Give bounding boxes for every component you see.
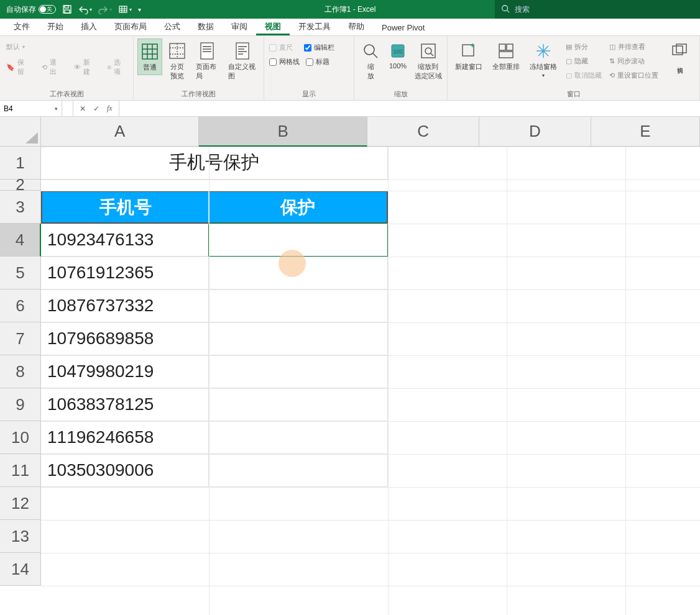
save-icon[interactable] xyxy=(62,4,72,14)
formula-input[interactable] xyxy=(119,101,700,116)
ribbon: 默认▾ 🔖保留 ⟲退出 👁新建 ≡选项 工作表视图 普通 分页 预览 页面布局 xyxy=(0,36,700,101)
col-header-A[interactable]: A xyxy=(41,117,199,147)
tab-文件[interactable]: 文件 xyxy=(5,17,39,35)
phone-cell[interactable]: 10761912365 xyxy=(41,257,209,289)
chevron-down-icon[interactable]: ▾ xyxy=(55,106,58,112)
view-custom-button[interactable]: 自定义视图 xyxy=(224,39,260,83)
phone-cell[interactable]: 10479980219 xyxy=(41,355,209,388)
sync-scroll-button[interactable]: ⇅同步滚动 xyxy=(607,55,661,67)
autosave-label: 自动保存 xyxy=(6,4,36,15)
table-header-a[interactable]: 手机号 xyxy=(41,191,209,224)
phone-cell[interactable]: 10796689858 xyxy=(41,322,209,355)
col-header-B[interactable]: B xyxy=(199,117,367,147)
tab-开发工具[interactable]: 开发工具 xyxy=(290,17,339,35)
zoom-selection-button[interactable]: 缩放到 选定区域 xyxy=(413,39,443,83)
tab-数据[interactable]: 数据 xyxy=(189,17,223,35)
row-header-10[interactable]: 10 xyxy=(0,421,41,454)
arrange-icon xyxy=(496,41,516,61)
protect-cell[interactable] xyxy=(209,322,388,355)
switch-window-button[interactable]: 切换 xyxy=(666,39,693,65)
protect-cell[interactable] xyxy=(209,355,388,388)
row-header-5[interactable]: 5 xyxy=(0,257,41,289)
redo-icon[interactable]: ▾ xyxy=(98,4,112,14)
freeze-panes-button[interactable]: 冻结窗格 ▾ xyxy=(526,39,561,81)
row-header-2[interactable]: 2 xyxy=(0,180,41,191)
row-header-7[interactable]: 7 xyxy=(0,322,41,355)
side-by-side-button[interactable]: ◫并排查看 xyxy=(607,41,661,53)
unhide-button[interactable]: ▢取消隐藏 xyxy=(563,70,604,81)
enter-icon[interactable]: ✓ xyxy=(93,104,99,113)
phone-cell[interactable]: 10638378125 xyxy=(41,388,209,421)
protect-cell[interactable] xyxy=(209,257,388,289)
sheet-view-options[interactable]: ≡选项 xyxy=(105,57,129,78)
arrange-all-button[interactable]: 全部重排 xyxy=(489,39,523,74)
chk-formula-bar[interactable]: 编辑栏 xyxy=(303,42,336,53)
tab-开始[interactable]: 开始 xyxy=(39,17,72,35)
chk-gridlines[interactable]: 网格线 xyxy=(268,57,301,67)
switch-icon xyxy=(670,41,689,61)
reset-pos-button[interactable]: ⟲重设窗口位置 xyxy=(607,70,661,81)
new-window-button[interactable]: 新建窗口 xyxy=(451,39,486,74)
protect-cell[interactable] xyxy=(209,388,388,421)
hide-button[interactable]: ▢隐藏 xyxy=(563,55,604,67)
phone-cell[interactable]: 11196246658 xyxy=(41,421,209,454)
view-page-break-button[interactable]: 分页 预览 xyxy=(165,39,190,83)
phone-cell[interactable]: 10923476133 xyxy=(41,224,209,257)
col-header-E[interactable]: E xyxy=(591,117,700,147)
tab-页面布局[interactable]: 页面布局 xyxy=(106,17,155,35)
tab-视图[interactable]: 视图 xyxy=(256,17,290,35)
select-all-corner[interactable] xyxy=(0,117,41,147)
tab-插入[interactable]: 插入 xyxy=(72,17,106,35)
zoom-icon xyxy=(361,41,380,61)
row-header-9[interactable]: 9 xyxy=(0,388,41,421)
row-header-13[interactable]: 13 xyxy=(0,520,41,553)
undo-icon[interactable]: ▾ xyxy=(78,4,92,14)
sheet-view-exit[interactable]: ⟲退出 xyxy=(39,57,65,78)
phone-cell[interactable]: 10876737332 xyxy=(41,289,209,322)
hide-icon: ▢ xyxy=(566,57,572,65)
table-header-b[interactable]: 保护 xyxy=(209,191,388,224)
col-header-C[interactable]: C xyxy=(367,117,479,147)
table-icon[interactable]: ▾ xyxy=(118,4,132,14)
cells-area[interactable]: 手机号保护 手机号保护10923476133107619123651087673… xyxy=(41,147,700,615)
sheet-view-new[interactable]: 👁新建 xyxy=(71,57,99,78)
protect-cell[interactable] xyxy=(209,454,388,487)
sheet-view-default[interactable]: 默认▾ xyxy=(4,41,27,53)
sheet-view-keep[interactable]: 🔖保留 xyxy=(4,57,33,78)
protect-cell[interactable] xyxy=(209,289,388,322)
fx-icon[interactable]: fx xyxy=(107,104,113,113)
row-header-14[interactable]: 14 xyxy=(0,553,41,586)
row-header-3[interactable]: 3 xyxy=(0,191,41,224)
view-normal-button[interactable]: 普通 xyxy=(137,39,162,75)
search-bar[interactable] xyxy=(495,0,700,19)
phone-cell[interactable]: 10350309006 xyxy=(41,454,209,487)
name-box[interactable]: B4 ▾ xyxy=(0,101,62,116)
tab-帮助[interactable]: 帮助 xyxy=(339,17,373,35)
row-header-4[interactable]: 4 xyxy=(0,224,41,257)
autosave-toggle[interactable]: 自动保存 关 xyxy=(6,4,56,15)
col-header-D[interactable]: D xyxy=(479,117,591,147)
bookmark-icon: 🔖 xyxy=(6,63,15,71)
cancel-icon[interactable]: ✕ xyxy=(80,104,86,113)
new-window-icon xyxy=(459,41,479,61)
tab-审阅[interactable]: 审阅 xyxy=(223,17,256,35)
spreadsheet-grid[interactable]: ABCDE 1234567891011121314 手机号保护 手机号保护109… xyxy=(0,117,700,615)
split-button[interactable]: ▤拆分 xyxy=(563,41,604,53)
row-header-11[interactable]: 11 xyxy=(0,454,41,487)
protect-cell[interactable] xyxy=(209,421,388,454)
row-header-6[interactable]: 6 xyxy=(0,289,41,322)
view-page-layout-button[interactable]: 页面布局 xyxy=(192,39,222,83)
tab-公式[interactable]: 公式 xyxy=(155,17,189,35)
protect-cell[interactable] xyxy=(209,224,388,257)
zoom-100-button[interactable]: 100 100% xyxy=(385,39,410,72)
row-header-12[interactable]: 12 xyxy=(0,487,41,520)
qat-customize-icon[interactable]: ▾ xyxy=(138,6,141,13)
row-header-8[interactable]: 8 xyxy=(0,355,41,388)
tab-Power Pivot[interactable]: Power Pivot xyxy=(373,19,433,35)
title-cell[interactable]: 手机号保护 xyxy=(41,147,388,180)
search-input[interactable] xyxy=(515,5,608,14)
chk-ruler[interactable]: 直尺 xyxy=(268,42,294,53)
chk-headings[interactable]: 标题 xyxy=(305,57,331,67)
exit-icon: ⟲ xyxy=(42,63,47,71)
zoom-button[interactable]: 缩 放 xyxy=(358,39,383,83)
